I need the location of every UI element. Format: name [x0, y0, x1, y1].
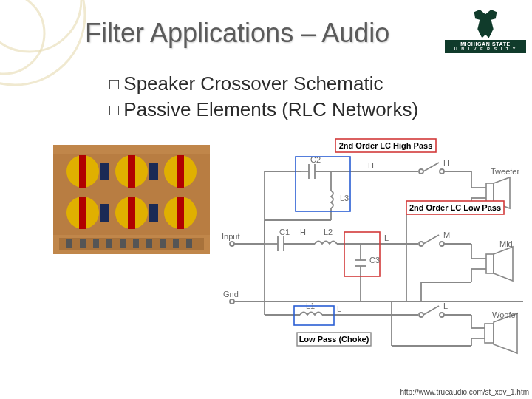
svg-rect-25 [106, 239, 112, 248]
label-c3: C3 [369, 256, 380, 265]
svg-line-48 [423, 163, 439, 171]
source-url: http://www.trueaudio.com/st_xov_1.htm [400, 388, 529, 396]
label-l1: L1 [306, 301, 315, 310]
label-tweeter: Tweeter [491, 167, 519, 176]
svg-point-32 [230, 242, 234, 246]
svg-point-65 [440, 242, 444, 246]
svg-rect-19 [100, 204, 109, 222]
label-l-out1: L [384, 233, 389, 242]
bullet-list: □ Speaker Crossover Schematic □ Passive … [109, 71, 494, 123]
svg-rect-18 [149, 163, 158, 180]
slide-title: Filter Applications – Audio [85, 18, 389, 49]
label-h2: H [300, 228, 306, 236]
svg-rect-16 [177, 197, 184, 229]
bullet-glyph-icon: □ [109, 99, 119, 121]
svg-line-73 [423, 306, 439, 315]
svg-marker-93 [494, 247, 513, 281]
label-input: Input [222, 232, 239, 241]
svg-rect-30 [173, 239, 179, 248]
label-lp: 2nd Order LC Low Pass [409, 203, 501, 212]
switch-m: M [443, 231, 450, 239]
label-l-out2: L [337, 304, 341, 313]
label-hp: 2nd Order LC High Pass [339, 141, 433, 150]
svg-point-47 [419, 169, 423, 174]
svg-rect-28 [146, 239, 152, 248]
label-gnd: Gnd [223, 290, 239, 299]
label-woofer: Woofer [492, 310, 519, 319]
svg-point-72 [419, 313, 423, 317]
svg-point-74 [440, 313, 444, 317]
svg-rect-24 [93, 239, 99, 248]
label-choke: Low Pass (Choke) [299, 335, 369, 344]
bullet-text: Speaker Crossover Schematic [123, 71, 383, 97]
svg-marker-95 [494, 313, 517, 353]
spartan-head-icon [468, 7, 502, 41]
label-c2: C2 [310, 155, 321, 164]
bullet-text: Passive Elements (RLC Networks) [123, 97, 418, 123]
bullet-glyph-icon: □ [109, 73, 119, 95]
svg-rect-6 [79, 155, 86, 188]
svg-point-34 [230, 299, 234, 304]
svg-rect-20 [149, 204, 158, 222]
label-c1: C1 [279, 228, 290, 236]
svg-line-64 [423, 235, 439, 244]
svg-rect-99 [296, 157, 350, 211]
label-l3: L3 [340, 194, 349, 202]
label-h1: H [368, 161, 374, 170]
svg-point-49 [440, 169, 444, 174]
svg-point-1 [0, 0, 81, 52]
content-area: 2nd Order LC High Pass 2nd Order LC Low … [53, 137, 523, 365]
svg-point-2 [0, 0, 44, 74]
svg-rect-90 [486, 183, 494, 202]
svg-rect-8 [128, 155, 135, 188]
switch-h: H [443, 158, 449, 167]
svg-rect-23 [80, 239, 86, 248]
svg-rect-22 [66, 239, 72, 248]
svg-rect-10 [177, 155, 184, 188]
crossover-schematic: 2nd Order LC High Pass 2nd Order LC Low … [220, 137, 523, 359]
bullet-item: □ Passive Elements (RLC Networks) [109, 97, 494, 123]
switch-l: L [443, 301, 448, 310]
svg-rect-17 [100, 163, 109, 180]
svg-rect-94 [485, 324, 494, 343]
crossover-pcb-photo [53, 145, 210, 254]
logo-brand-top: MICHIGAN STATE [447, 41, 524, 47]
svg-rect-12 [79, 197, 86, 229]
svg-rect-31 [186, 239, 192, 248]
svg-point-63 [419, 242, 423, 246]
svg-rect-29 [160, 239, 166, 248]
logo-brand-bottom: U N I V E R S I T Y [447, 47, 524, 51]
slide: Filter Applications – Audio MICHIGAN STA… [0, 0, 532, 399]
label-l2: L2 [324, 228, 332, 236]
university-logo: MICHIGAN STATE U N I V E R S I T Y [445, 7, 526, 53]
bullet-item: □ Speaker Crossover Schematic [109, 71, 494, 97]
svg-rect-26 [120, 239, 126, 248]
svg-rect-92 [486, 254, 494, 273]
svg-rect-14 [128, 197, 135, 229]
label-mid: Mid [499, 239, 513, 248]
svg-rect-27 [133, 239, 139, 248]
logo-banner: MICHIGAN STATE U N I V E R S I T Y [445, 40, 526, 53]
svg-rect-100 [344, 232, 380, 276]
